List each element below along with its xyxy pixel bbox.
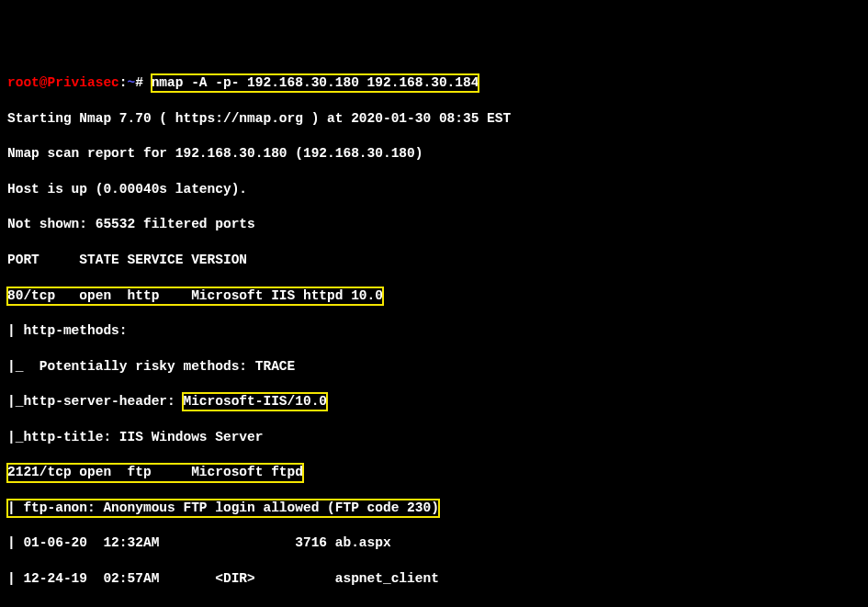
entered-command: nmap -A -p- 192.168.30.180 192.168.30.18… — [152, 74, 479, 92]
ftp-listing-line: | 12-24-19 02:57AM <DIR> aspnet_client — [7, 570, 861, 588]
ftp-anon-line: | ftp-anon: Anonymous FTP login allowed … — [7, 500, 861, 517]
prompt-hash: # — [135, 74, 151, 92]
server-header-highlight: Microsoft-IIS/10.0 — [183, 393, 327, 410]
prompt-user-host: root@Priviasec — [7, 74, 119, 92]
prompt-cwd: ~ — [128, 74, 136, 92]
server-header-line: |_http-server-header: Microsoft-IIS/10.0 — [7, 393, 861, 410]
port-80-line: 80/tcp open http Microsoft IIS httpd 10.… — [7, 287, 861, 305]
output-line: Nmap scan report for 192.168.30.180 (192… — [7, 145, 861, 163]
port-header-line: PORT STATE SERVICE VERSION — [7, 252, 861, 269]
output-line: Not shown: 65532 filtered ports — [7, 216, 861, 233]
output-line: Host is up (0.00040s latency). — [7, 181, 861, 198]
server-header-prefix: |_http-server-header: — [7, 393, 183, 410]
ftp-listing-line: | 01-06-20 12:32AM 3716 ab.aspx — [7, 534, 861, 552]
output-line: |_http-title: IIS Windows Server — [7, 429, 861, 446]
port-80-highlight: 80/tcp open http Microsoft IIS httpd 10.… — [7, 287, 383, 305]
output-line: |_ Potentially risky methods: TRACE — [7, 358, 861, 376]
prompt-line[interactable]: root@Priviasec:~# nmap -A -p- 192.168.30… — [7, 74, 861, 92]
port-2121-highlight: 2121/tcp open ftp Microsoft ftpd — [7, 464, 303, 481]
output-line: | http-methods: — [7, 322, 861, 340]
ftp-anon-highlight: | ftp-anon: Anonymous FTP login allowed … — [7, 500, 439, 517]
output-line: Starting Nmap 7.70 ( https://nmap.org ) … — [7, 110, 861, 128]
port-2121-line: 2121/tcp open ftp Microsoft ftpd — [7, 464, 861, 481]
prompt-sep: : — [119, 74, 128, 92]
